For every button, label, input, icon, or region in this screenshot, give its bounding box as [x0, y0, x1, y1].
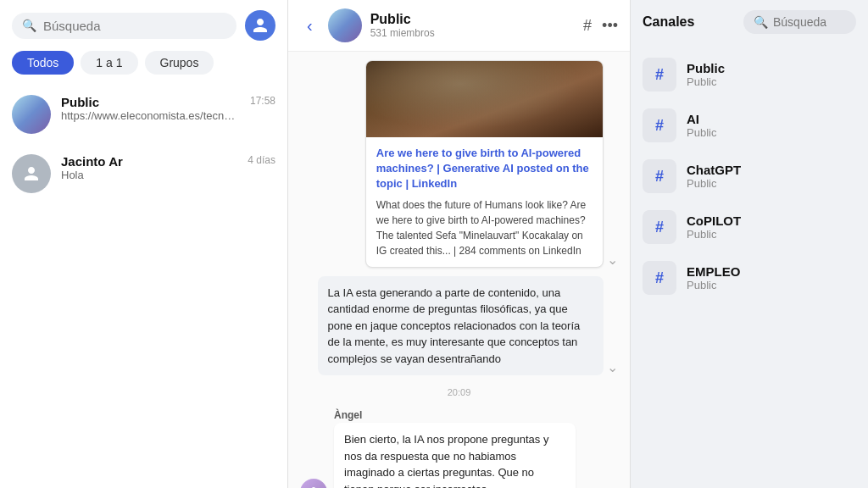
channel-sub: Public	[687, 75, 856, 88]
canales-label: Canales	[643, 14, 735, 30]
channel-item-chatgpt[interactable]: # ChatGPT Public	[631, 151, 868, 202]
channel-name: Public	[687, 61, 856, 75]
channel-info: AI Public	[687, 112, 856, 139]
channel-sub: Public	[687, 228, 856, 241]
chat-item[interactable]: Jacinto Ar Hola 4 días	[0, 144, 287, 203]
header-info: Public 531 miembros	[370, 12, 575, 39]
filter-grupos[interactable]: Grupos	[145, 51, 214, 75]
channel-sub: Public	[687, 126, 856, 139]
chat-meta: 4 días	[248, 154, 275, 166]
channel-item-public[interactable]: # Public Public	[631, 49, 868, 100]
channel-item-empleo[interactable]: # EMPLEO Public	[631, 252, 868, 303]
right-panel: Canales 🔍 # Public Public # AI Public #	[631, 0, 868, 488]
channel-item-copilot[interactable]: # CoPILOT Public	[631, 202, 868, 252]
link-card-body: Are we here to give birth to AI-powered …	[366, 137, 603, 267]
hashtag-icon[interactable]: #	[583, 17, 592, 35]
chat-info: Public https://www.eleconomista.es/tecno…	[61, 95, 240, 122]
message-text: Bien cierto, la IA nos propone preguntas…	[334, 423, 576, 488]
filter-tabs: Todos 1 a 1 Grupos	[0, 51, 287, 85]
channel-icon: #	[643, 58, 676, 92]
channel-name: CoPILOT	[687, 214, 856, 228]
text-message: La IA esta generando a parte de contenid…	[318, 276, 604, 376]
chat-name: Jacinto Ar	[61, 154, 237, 169]
header-actions: # •••	[583, 17, 618, 35]
right-search-wrap[interactable]: 🔍	[743, 10, 856, 34]
channel-icon: #	[643, 210, 676, 244]
search-input[interactable]	[43, 19, 226, 33]
channel-sub: Public	[687, 177, 856, 190]
link-card-title: Are we here to give birth to AI-powered …	[376, 146, 593, 192]
chat-list: Public https://www.eleconomista.es/tecno…	[0, 85, 287, 488]
channel-info: ChatGPT Public	[687, 163, 856, 190]
sender-name: Àngel	[334, 409, 618, 421]
chat-item[interactable]: Public https://www.eleconomista.es/tecno…	[0, 85, 287, 144]
chat-info: Jacinto Ar Hola	[61, 154, 237, 181]
search-input-wrap[interactable]: 🔍	[12, 13, 236, 39]
search-bar: 🔍	[0, 0, 287, 51]
channel-icon: #	[643, 159, 676, 193]
message-timestamp: 20:09	[300, 387, 618, 397]
channel-icon: #	[643, 261, 676, 295]
filter-todos[interactable]: Todos	[12, 51, 74, 75]
member-count: 531 miembros	[370, 27, 575, 39]
chat-header: ‹ Public 531 miembros # •••	[288, 0, 630, 52]
avatar	[12, 95, 51, 134]
left-panel: 🔍 Todos 1 a 1 Grupos Public https://www.…	[0, 0, 288, 488]
filter-1a1[interactable]: 1 a 1	[81, 51, 137, 75]
channel-name: ChatGPT	[687, 163, 856, 177]
back-button[interactable]: ‹	[300, 13, 320, 39]
channel-info: EMPLEO Public	[687, 264, 856, 291]
center-panel: ‹ Public 531 miembros # ••• Are we here …	[288, 0, 631, 488]
avatar	[12, 154, 51, 193]
channel-name: EMPLEO	[687, 264, 856, 279]
channels-list: # Public Public # AI Public # ChatGPT Pu…	[631, 44, 868, 488]
channel-info: Public Public	[687, 61, 856, 88]
chat-name: Public	[61, 95, 240, 109]
chat-time: 4 días	[248, 154, 275, 166]
channel-sub: Public	[687, 279, 856, 291]
channel-name: AI	[687, 112, 856, 126]
more-options-icon[interactable]: •••	[602, 17, 618, 35]
right-header: Canales 🔍	[631, 0, 868, 44]
chat-time: 17:58	[250, 95, 275, 107]
search-icon: 🔍	[22, 19, 36, 32]
scroll-down-icon[interactable]: ⌄	[607, 359, 618, 375]
right-search-input[interactable]	[773, 15, 846, 29]
user-message-content: Àngel Bien cierto, la IA nos propone pre…	[334, 409, 618, 488]
chat-preview: Hola	[61, 169, 237, 181]
user-avatar[interactable]	[245, 10, 275, 41]
user-message-row: Àngel Bien cierto, la IA nos propone pre…	[300, 409, 618, 488]
link-card-text: What does the future of Humans look like…	[376, 197, 593, 258]
header-avatar	[328, 8, 362, 42]
channel-icon: #	[643, 108, 676, 142]
channel-info: CoPILOT Public	[687, 214, 856, 241]
search-icon: 🔍	[754, 15, 768, 29]
channel-item-ai[interactable]: # AI Public	[631, 100, 868, 151]
channel-name: Public	[370, 12, 575, 27]
link-card-image	[366, 61, 603, 137]
scroll-down-icon[interactable]: ⌄	[604, 252, 618, 268]
messages-area: Are we here to give birth to AI-powered …	[288, 52, 630, 488]
chat-meta: 17:58	[250, 95, 275, 107]
chat-preview: https://www.eleconomista.es/tecnologia/n…	[61, 109, 240, 122]
sender-avatar	[300, 479, 327, 488]
link-card-message: Are we here to give birth to AI-powered …	[365, 60, 604, 268]
